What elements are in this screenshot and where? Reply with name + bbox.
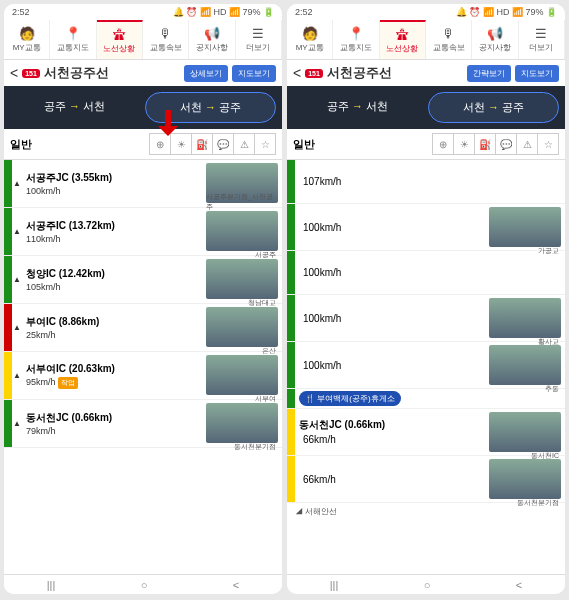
android-nav: ||| ○ < [287, 574, 565, 594]
traffic-bar [4, 304, 12, 351]
status-time: 2:52 [295, 7, 313, 17]
cctv-thumb[interactable]: 추동 [489, 345, 561, 385]
tab-공지사항[interactable]: 📢공지사항 [189, 20, 235, 59]
tab-icon: 🧑 [302, 26, 318, 41]
tab-icon: 🛣 [396, 27, 409, 42]
tab-label: MY교통 [13, 42, 41, 53]
filter-chat-icon[interactable]: 💬 [495, 133, 517, 155]
cctv-thumb[interactable]: 동서천분기점 [206, 403, 278, 443]
list-item[interactable]: ▲서부여IC (20.63km)95km/h 작업서부여 [4, 352, 282, 400]
traffic-bar [287, 409, 295, 455]
tab-노선상황[interactable]: 🛣노선상황 [97, 20, 143, 59]
filter-fuel-icon[interactable]: ⛽ [474, 133, 496, 155]
thumb-caption: 동서천분기점 [517, 498, 559, 508]
tab-MY교통[interactable]: 🧑MY교통 [287, 20, 333, 59]
tab-더보기[interactable]: ☰더보기 [519, 20, 565, 59]
nav-back[interactable]: < [516, 579, 522, 591]
row-content: 부여IC (8.86km)25km/h [22, 304, 206, 351]
tab-교통지도[interactable]: 📍교통지도 [333, 20, 379, 59]
filter-chat-icon[interactable]: 💬 [212, 133, 234, 155]
filter-label: 일반 [293, 137, 433, 152]
tab-더보기[interactable]: ☰더보기 [236, 20, 282, 59]
traffic-bar [287, 204, 295, 250]
detail-view-button[interactable]: 상세보기 [184, 65, 228, 82]
row-content: 107km/h [295, 172, 489, 191]
segment-speed: 79km/h [26, 426, 202, 436]
filter-target-icon[interactable]: ⊕ [432, 133, 454, 155]
status-icons: 🔔 ⏰ 📶 HD 📶 79% 🔋 [173, 7, 274, 17]
tab-MY교통[interactable]: 🧑MY교통 [4, 20, 50, 59]
map-view-button[interactable]: 지도보기 [232, 65, 276, 82]
chevron-up-icon: ▲ [12, 400, 22, 447]
list-item[interactable]: 100km/h황사교 [287, 295, 565, 342]
nav-back[interactable]: < [233, 579, 239, 591]
list-item[interactable]: ▲서공주IC (13.72km)110km/h서공주 [4, 208, 282, 256]
list-item[interactable]: ▲부여IC (8.86km)25km/h은산 [4, 304, 282, 352]
chevron-up-icon: ▲ [12, 352, 22, 399]
list-item[interactable]: 107km/h [287, 160, 565, 204]
nav-home[interactable]: ○ [141, 579, 148, 591]
tab-노선상황[interactable]: 🛣노선상황 [380, 20, 426, 59]
list-item[interactable]: ▲서공주JC (3.55km)100km/h서공주분기점_서천공주 [4, 160, 282, 208]
segment-speed: 100km/h [299, 311, 485, 326]
traffic-bar [287, 295, 295, 341]
nav-recent[interactable]: ||| [330, 579, 339, 591]
back-icon[interactable]: < [293, 65, 301, 81]
cctv-thumb[interactable]: 황사교 [489, 298, 561, 338]
map-view-button[interactable]: 지도보기 [515, 65, 559, 82]
cctv-thumb[interactable]: 서공주 [206, 211, 278, 251]
tab-icon: 🧑 [19, 26, 35, 41]
segment-speed: 100km/h [299, 358, 485, 373]
rest-stop-badge[interactable]: 🍴 부여백제(공주)휴게소 [299, 391, 401, 406]
row-content: 66km/h [295, 470, 489, 489]
segment-speed: 66km/h [299, 472, 485, 487]
tab-교통지도[interactable]: 📍교통지도 [50, 20, 96, 59]
cctv-thumb[interactable]: 은산 [206, 307, 278, 347]
direction-b[interactable]: 서천 → 공주 [428, 92, 559, 123]
list-item[interactable]: 66km/h동서천분기점 [287, 456, 565, 503]
filter-fuel-icon[interactable]: ⛽ [191, 133, 213, 155]
list-item[interactable]: 100km/h [287, 251, 565, 295]
phone-right: 2:52 🔔 ⏰ 📶 HD 📶 79% 🔋 🧑MY교통📍교통지도🛣노선상황🎙교통… [287, 4, 565, 594]
work-badge: 작업 [58, 377, 78, 389]
list-item[interactable]: 동서천JC (0.66km)66km/h동서천IC [287, 409, 565, 456]
tab-label: 더보기 [246, 42, 270, 53]
cctv-thumb[interactable]: 동서천분기점 [489, 459, 561, 499]
row-content: 청양IC (12.42km)105km/h [22, 256, 206, 303]
tab-공지사항[interactable]: 📢공지사항 [472, 20, 518, 59]
row-content: 서공주JC (3.55km)100km/h [22, 160, 206, 207]
route-shield: 151 [22, 69, 40, 78]
direction-a[interactable]: 공주 → 서천 [293, 92, 422, 123]
route-list[interactable]: ▲서공주JC (3.55km)100km/h서공주분기점_서천공주▲서공주IC … [4, 160, 282, 574]
nav-recent[interactable]: ||| [47, 579, 56, 591]
filter-star-icon[interactable]: ☆ [537, 133, 559, 155]
filter-star-icon[interactable]: ☆ [254, 133, 276, 155]
tab-icon: ☰ [252, 26, 264, 41]
route-list[interactable]: 107km/h100km/h가공교100km/h100km/h황사교100km/… [287, 160, 565, 574]
cctv-thumb[interactable]: 청남대교 [206, 259, 278, 299]
cctv-thumb[interactable]: 동서천IC [489, 412, 561, 452]
tab-교통속보[interactable]: 🎙교통속보 [143, 20, 189, 59]
traffic-bar [287, 456, 295, 502]
list-item[interactable]: 100km/h가공교 [287, 204, 565, 251]
cctv-thumb[interactable]: 서부여 [206, 355, 278, 395]
route-name: 서천공주선 [44, 64, 180, 82]
direction-row: 공주 → 서천 서천 → 공주 [287, 86, 565, 129]
filter-warning-icon[interactable]: ⚠ [516, 133, 538, 155]
filter-warning-icon[interactable]: ⚠ [233, 133, 255, 155]
list-item[interactable]: ▲동서천JC (0.66km)79km/h동서천분기점 [4, 400, 282, 448]
nav-home[interactable]: ○ [424, 579, 431, 591]
list-item[interactable]: ▲청양IC (12.42km)105km/h청남대교 [4, 256, 282, 304]
tab-교통속보[interactable]: 🎙교통속보 [426, 20, 472, 59]
cctv-thumb[interactable]: 서공주분기점_서천공주 [206, 163, 278, 203]
segment-title: 서공주IC (13.72km) [26, 219, 202, 233]
cctv-thumb[interactable]: 가공교 [489, 207, 561, 247]
list-item[interactable]: 100km/h추동 [287, 342, 565, 389]
filter-sun-icon[interactable]: ☀ [453, 133, 475, 155]
back-icon[interactable]: < [10, 65, 18, 81]
annotation-arrow [158, 110, 178, 138]
traffic-bar [4, 256, 12, 303]
direction-a[interactable]: 공주 → 서천 [10, 92, 139, 123]
simple-view-button[interactable]: 간략보기 [467, 65, 511, 82]
direction-row: 공주 → 서천 서천 → 공주 [4, 86, 282, 129]
